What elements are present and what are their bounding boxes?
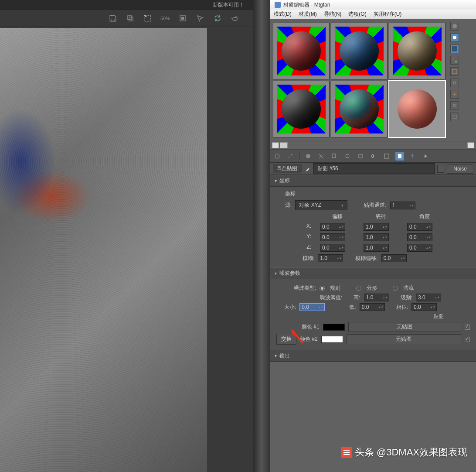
mapchannel-spinner[interactable]: 1▲▼: [390, 202, 415, 209]
svg-point-19: [346, 154, 349, 158]
y-offset-spinner[interactable]: 0.0▲▼: [320, 233, 345, 241]
size-spinner[interactable]: 0.0▲▼: [299, 303, 325, 311]
mat-id-icon[interactable]: 0: [369, 152, 378, 161]
show-in-vp-icon[interactable]: [382, 152, 391, 161]
assign-icon[interactable]: [304, 152, 313, 161]
material-name-bar: 凹凸贴图: 贴图 #56 Noise: [270, 163, 476, 175]
picker-icon[interactable]: [305, 166, 311, 172]
menu-utilities[interactable]: 实用程序(U): [374, 10, 402, 18]
fractal-radio[interactable]: [356, 286, 361, 291]
noise-type-label: 噪波类型:: [294, 284, 316, 292]
scroll-left-icon[interactable]: [272, 142, 279, 148]
x-angle-spinner[interactable]: 0.0▲▼: [407, 223, 432, 231]
color1-map-button[interactable]: 无贴图: [348, 322, 461, 332]
source-dropdown[interactable]: 对象 XYZ: [295, 200, 347, 210]
bluroffset-spinner[interactable]: 0.0▲▼: [381, 254, 407, 262]
map-name-dropdown[interactable]: [437, 165, 444, 173]
color2-swatch[interactable]: [321, 336, 343, 343]
output-rollout-header[interactable]: 输出: [270, 350, 476, 362]
select-icon[interactable]: [195, 14, 205, 23]
uv-tiling-icon[interactable]: [450, 56, 459, 65]
put-to-lib-icon[interactable]: [356, 152, 365, 161]
menu-navigate[interactable]: 导航(N): [324, 10, 342, 18]
backlight-icon[interactable]: [450, 33, 459, 42]
svg-rect-13: [452, 69, 457, 74]
svg-point-16: [275, 154, 279, 158]
material-map-nav-icon[interactable]: [450, 113, 459, 121]
x-offset-spinner[interactable]: 0.0▲▼: [320, 223, 345, 231]
render-viewport[interactable]: [0, 28, 207, 472]
scroll-right-icon[interactable]: [467, 142, 474, 148]
sample-type-icon[interactable]: [450, 22, 459, 31]
select-by-mat-icon[interactable]: [450, 101, 459, 110]
y-angle-spinner[interactable]: 0.0▲▼: [407, 233, 432, 241]
color2-map-button[interactable]: 无贴图: [347, 334, 461, 344]
save-icon[interactable]: [108, 14, 118, 23]
reset-icon[interactable]: [317, 152, 326, 161]
background-icon[interactable]: [450, 44, 459, 53]
regular-radio[interactable]: [320, 286, 325, 291]
show-end-result-icon[interactable]: [395, 152, 404, 161]
material-slot-6[interactable]: [389, 81, 445, 137]
map-type-button[interactable]: Noise: [447, 164, 473, 174]
turbulence-radio[interactable]: [393, 286, 398, 291]
put-to-scene-icon[interactable]: [286, 152, 295, 161]
size-label: 大小:: [284, 304, 296, 311]
low-spinner[interactable]: 0.0▲▼: [360, 303, 385, 311]
coordinates-rollout-header[interactable]: 坐标: [270, 175, 476, 187]
go-parent-icon[interactable]: [408, 152, 417, 161]
z-angle-spinner[interactable]: 0.0▲▼: [407, 244, 432, 252]
video-check-icon[interactable]: [450, 67, 459, 76]
high-spinner[interactable]: 1.0▲▼: [364, 294, 389, 301]
teapot-icon[interactable]: [230, 14, 240, 23]
window-title-text: 材质编辑器 - Mtgfan: [283, 1, 330, 9]
update-notification[interactable]: 新版本可用！: [0, 0, 253, 10]
svg-point-6: [233, 17, 238, 21]
preview-icon[interactable]: [450, 79, 459, 87]
go-forward-icon[interactable]: [422, 152, 430, 161]
noise-rollout-header[interactable]: 噪波参数: [270, 267, 476, 279]
material-sample-grid: [270, 19, 448, 141]
make-unique-icon[interactable]: [343, 152, 352, 161]
coords-sublabel: 坐标: [285, 190, 470, 198]
region-icon[interactable]: [143, 14, 153, 23]
map-name-input[interactable]: 贴图 #56: [313, 163, 435, 174]
sample-scrollbar[interactable]: [270, 141, 476, 150]
refresh-icon[interactable]: [213, 14, 222, 23]
color1-map-checkbox[interactable]: [465, 325, 470, 330]
make-copy-icon[interactable]: [330, 152, 339, 161]
z-offset-spinner[interactable]: 0.0▲▼: [320, 244, 345, 252]
color2-map-checkbox[interactable]: [465, 337, 470, 342]
svg-rect-2: [129, 17, 133, 21]
phase-spinner[interactable]: 0.0▲▼: [411, 303, 437, 311]
source-label: 源:: [285, 202, 292, 209]
material-slot-1[interactable]: [273, 23, 330, 79]
z-tiling-spinner[interactable]: 1.0▲▼: [364, 244, 389, 252]
color1-swatch[interactable]: [323, 324, 345, 331]
x-tiling-spinner[interactable]: 1.0▲▼: [364, 223, 389, 231]
svg-rect-1: [128, 16, 132, 20]
material-slot-2[interactable]: [331, 23, 388, 79]
scroll-thumb[interactable]: [280, 142, 288, 148]
material-slot-5[interactable]: [331, 81, 388, 137]
zoom-percent[interactable]: 50%: [160, 16, 170, 21]
material-toolbar: 0: [270, 150, 476, 163]
blur-spinner[interactable]: 1.0▲▼: [318, 254, 343, 262]
levels-spinner[interactable]: 3.0▲▼: [416, 294, 441, 301]
material-slot-4[interactable]: [273, 81, 330, 137]
channel-icon[interactable]: [178, 14, 187, 23]
menu-options[interactable]: 选项(O): [348, 10, 366, 18]
svg-rect-22: [384, 154, 389, 158]
material-slot-3[interactable]: [389, 23, 445, 79]
menu-material[interactable]: 材质(M): [299, 10, 317, 18]
menu-mode[interactable]: 模式(D): [274, 10, 292, 18]
svg-rect-12: [455, 61, 457, 62]
svg-rect-10: [452, 46, 457, 51]
panel-divider[interactable]: [253, 0, 270, 472]
y-tiling-spinner[interactable]: 1.0▲▼: [364, 233, 389, 241]
get-material-icon[interactable]: [273, 152, 282, 161]
fractal-label: 分形: [367, 284, 377, 292]
copy-icon[interactable]: [126, 14, 135, 23]
swap-button[interactable]: 交换: [276, 334, 296, 345]
options-icon[interactable]: [450, 90, 459, 99]
